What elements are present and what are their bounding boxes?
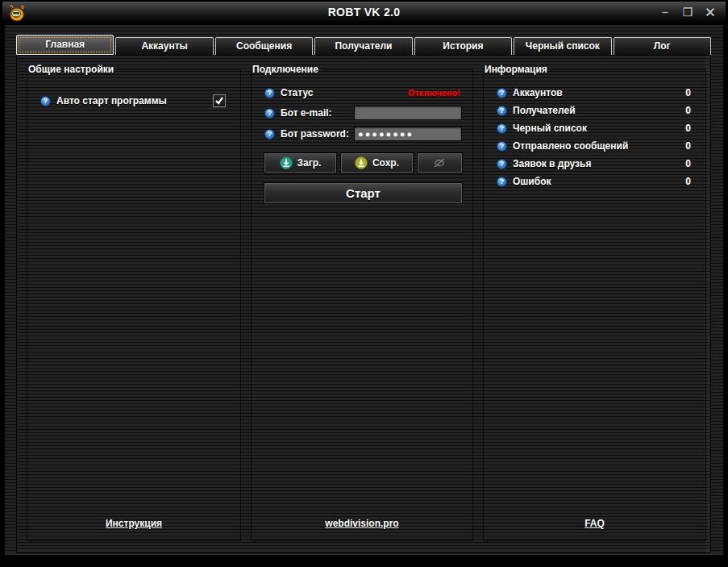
load-button[interactable]: Загр. [264, 153, 336, 173]
errors-count: 0 [685, 176, 691, 187]
info-row-errors: ? Ошибок 0 [497, 175, 695, 188]
close-button[interactable]: ✕ [703, 2, 718, 23]
help-icon[interactable]: ? [497, 177, 507, 187]
help-icon[interactable]: ? [264, 88, 275, 98]
blacklist-count: 0 [685, 123, 691, 134]
accounts-count: 0 [685, 87, 691, 98]
autostart-label: Авто старт программы [56, 95, 167, 106]
tab-bar: Главная Аккаунты Сообщения Получатели Ис… [16, 35, 711, 55]
help-icon[interactable]: ? [264, 129, 275, 140]
save-button-label: Сохр. [372, 157, 399, 169]
instruction-link[interactable]: Инструкция [106, 518, 162, 529]
bot-password-input[interactable] [354, 127, 462, 141]
checkmark-icon [214, 96, 224, 106]
help-icon[interactable]: ? [497, 123, 507, 134]
recipients-count: 0 [685, 105, 691, 116]
info-row-sent-messages: ? Отправлено сообщений 0 [497, 140, 695, 152]
maximize-button[interactable]: ❐ [680, 2, 695, 23]
panel-connection-title: Подключение [252, 64, 322, 75]
webdivision-link[interactable]: webdivision.pro [325, 518, 398, 529]
status-label: Статус [281, 87, 313, 98]
panel-connection: Подключение ? Статус Отключено! ? Бот e-… [251, 64, 473, 541]
minimize-button[interactable]: – [658, 2, 672, 23]
help-icon[interactable]: ? [497, 88, 507, 98]
save-button[interactable]: Сохр. [341, 153, 413, 173]
panel-information: Информация ? Аккаунтов 0 ? Получателей 0… [483, 64, 706, 541]
tab-recipients[interactable]: Получатели [314, 37, 412, 55]
info-row-friend-requests: ? Заявок в друзья 0 [497, 157, 695, 170]
info-row-blacklist: ? Черный список 0 [497, 122, 695, 135]
faq-link[interactable]: FAQ [584, 518, 605, 529]
autostart-row: ? Авто старт программы [40, 94, 230, 107]
sent-messages-count: 0 [685, 140, 691, 152]
email-row: ? Бот e-mail: [264, 106, 462, 120]
help-icon[interactable]: ? [264, 108, 275, 119]
status-badge: Отключено! [408, 88, 460, 98]
help-icon[interactable]: ? [497, 141, 507, 152]
tab-page-main: Общие настройки ? Авто старт программы И… [16, 55, 711, 553]
titlebar: ROBT VK 2.0 – ❐ ✕ [2, 2, 726, 23]
password-row: ? Бот password: [264, 127, 462, 141]
tab-blacklist[interactable]: Черный список [514, 37, 611, 55]
show-password-button[interactable] [418, 153, 462, 173]
autostart-checkbox[interactable] [213, 94, 226, 107]
bot-email-input[interactable] [354, 106, 462, 120]
info-row-recipients: ? Получателей 0 [497, 104, 695, 117]
panel-general-settings: Общие настройки ? Авто старт программы И… [27, 64, 241, 541]
info-row-accounts: ? Аккаунтов 0 [497, 86, 695, 99]
app-logo-icon [8, 4, 26, 22]
load-button-label: Загр. [297, 157, 322, 169]
help-icon[interactable]: ? [40, 96, 51, 106]
app-body: Главная Аккаунты Сообщения Получатели Ис… [5, 24, 723, 555]
bot-email-label: Бот e-mail: [281, 107, 332, 119]
tab-log[interactable]: Лог [614, 37, 711, 55]
friend-requests-count: 0 [685, 158, 691, 169]
bot-password-label: Бот password: [281, 128, 349, 140]
help-icon[interactable]: ? [497, 159, 507, 169]
save-download-icon [355, 156, 368, 169]
eye-off-icon [431, 157, 448, 169]
tab-accounts[interactable]: Аккаунты [115, 37, 213, 55]
panel-information-title: Информация [484, 64, 551, 75]
tab-messages[interactable]: Сообщения [215, 37, 313, 55]
window-title: ROBT VK 2.0 [2, 6, 726, 19]
tab-history[interactable]: История [414, 37, 512, 55]
panel-general-title: Общие настройки [27, 64, 117, 75]
status-row: ? Статус Отключено! [264, 86, 462, 99]
tab-main[interactable]: Главная [16, 35, 114, 55]
download-icon [280, 156, 293, 169]
start-button[interactable]: Старт [264, 183, 462, 203]
help-icon[interactable]: ? [497, 106, 507, 116]
